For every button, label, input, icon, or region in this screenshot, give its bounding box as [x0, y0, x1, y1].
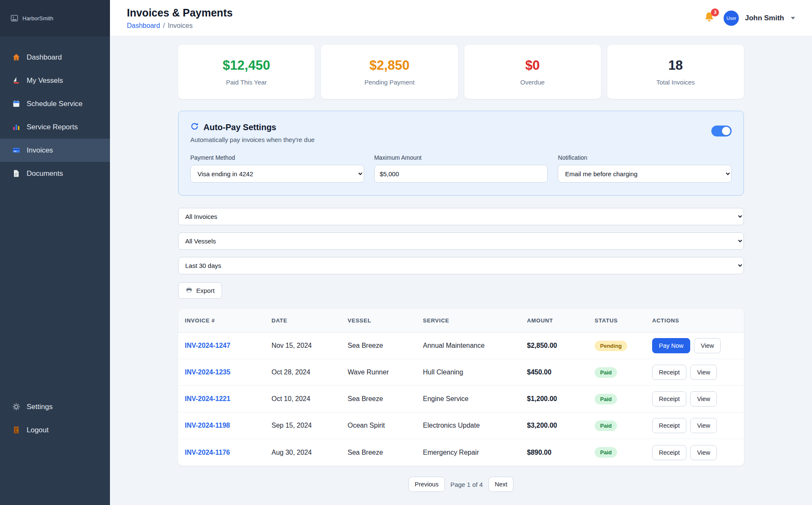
view-button[interactable]: View — [690, 445, 717, 460]
breadcrumb-dashboard-link[interactable]: Dashboard — [127, 22, 160, 29]
stat-value: $2,850 — [369, 58, 409, 73]
invoice-vessel: Ocean Spirit — [348, 422, 423, 429]
gear-icon — [12, 403, 20, 411]
logo[interactable]: HarborSmith — [0, 0, 110, 36]
column-header-date: DATE — [272, 317, 348, 324]
table-row: INV-2024-1235 Oct 28, 2024 Wave Runner H… — [178, 359, 744, 386]
calendar-icon — [12, 100, 20, 108]
printer-icon — [186, 287, 192, 295]
invoice-number-link[interactable]: INV-2024-1235 — [185, 369, 230, 376]
invoice-number-link[interactable]: INV-2024-1198 — [185, 422, 230, 429]
invoice-service: Hull Cleaning — [423, 369, 527, 376]
invoice-number-link[interactable]: INV-2024-1176 — [185, 449, 230, 456]
payment-method-label: Payment Method — [190, 154, 364, 161]
sidebar-item-invoices[interactable]: Invoices — [0, 139, 110, 162]
invoice-amount: $2,850.00 — [527, 342, 595, 349]
breadcrumb-current: Invoices — [168, 22, 193, 29]
sidebar-item-label: Documents — [27, 169, 63, 178]
stat-label: Pending Payment — [365, 79, 414, 86]
invoice-date: Oct 10, 2024 — [272, 395, 348, 403]
chevron-down-icon[interactable] — [791, 17, 795, 19]
previous-page-button[interactable]: Previous — [409, 477, 445, 492]
column-header-status: STATUS — [595, 317, 652, 324]
payment-method-field-group: Payment Method Visa ending in 4242 — [190, 154, 364, 183]
payment-method-select[interactable]: Visa ending in 4242 — [190, 165, 364, 183]
status-badge: Paid — [595, 447, 617, 458]
sidebar-item-documents[interactable]: Documents — [0, 162, 110, 185]
sidebar-item-service-reports[interactable]: Service Reports — [0, 115, 110, 139]
maximum-amount-field-group: Maximum Amount — [374, 154, 548, 183]
maximum-amount-input[interactable] — [374, 165, 548, 183]
view-button[interactable]: View — [694, 338, 721, 353]
autopay-panel: Auto-Pay Settings Automatically pay invo… — [178, 111, 744, 196]
user-name[interactable]: John Smith — [745, 14, 784, 22]
vessel-filter-select[interactable]: All Vessels — [178, 232, 744, 250]
autopay-fields: Payment Method Visa ending in 4242 Maxim… — [190, 154, 732, 183]
next-page-button[interactable]: Next — [488, 477, 514, 492]
invoice-amount: $3,200.00 — [527, 422, 595, 429]
pay-now-button[interactable]: Pay Now — [652, 338, 690, 353]
receipt-button[interactable]: Receipt — [652, 391, 686, 407]
invoice-status-filter-select[interactable]: All Invoices — [178, 208, 744, 225]
notifications-button[interactable]: 3 — [701, 10, 718, 27]
sidebar-item-my-vessels[interactable]: My Vessels — [0, 69, 110, 92]
row-actions: Receipt View — [652, 365, 737, 380]
sidebar: HarborSmith Dashboard My Vessels Schedul… — [0, 0, 110, 505]
notification-label: Notification — [558, 154, 732, 161]
invoice-number-link[interactable]: INV-2024-1247 — [185, 342, 230, 349]
sidebar-item-label: Invoices — [27, 146, 53, 155]
sidebar-item-logout[interactable]: Logout — [0, 418, 110, 442]
stat-card-paid-this-year: $12,450 Paid This Year — [178, 45, 315, 99]
view-button[interactable]: View — [690, 418, 717, 433]
page-title: Invoices & Payments — [127, 7, 233, 19]
invoice-amount: $890.00 — [527, 449, 595, 456]
table-row: INV-2024-1221 Oct 10, 2024 Sea Breeze En… — [178, 386, 744, 412]
content-column: Invoices & Payments Dashboard/Invoices 3… — [110, 0, 812, 505]
table-row: INV-2024-1247 Nov 15, 2024 Sea Breeze An… — [178, 333, 744, 359]
invoice-amount: $450.00 — [527, 369, 595, 376]
toggle-knob — [722, 127, 730, 135]
sidebar-item-settings[interactable]: Settings — [0, 395, 110, 418]
autopay-header-text: Auto-Pay Settings Automatically pay invo… — [190, 122, 315, 143]
page-status: Page 1 of 4 — [450, 481, 483, 488]
row-actions: Pay Now View — [652, 338, 737, 353]
sidebar-item-dashboard[interactable]: Dashboard — [0, 46, 110, 69]
export-button[interactable]: Export — [178, 282, 222, 299]
sidebar-nav: Dashboard My Vessels Schedule Service Se… — [0, 36, 110, 505]
autopay-toggle[interactable] — [711, 126, 732, 136]
breadcrumb-separator: / — [163, 22, 165, 29]
sailboat-icon — [12, 76, 20, 85]
sidebar-spacer — [0, 185, 110, 395]
invoice-number-link[interactable]: INV-2024-1221 — [185, 395, 230, 402]
row-actions: Receipt View — [652, 391, 737, 407]
status-badge: Paid — [595, 420, 617, 431]
invoice-service: Engine Service — [423, 395, 527, 403]
avatar[interactable]: User — [724, 11, 739, 26]
notification-select[interactable]: Email me before charging — [558, 165, 732, 183]
autopay-title: Auto-Pay Settings — [203, 123, 276, 132]
receipt-button[interactable]: Receipt — [652, 365, 686, 380]
invoice-date: Aug 30, 2024 — [272, 449, 348, 456]
view-button[interactable]: View — [690, 365, 717, 380]
stat-value: $0 — [525, 58, 540, 73]
invoice-date: Sep 15, 2024 — [272, 422, 348, 429]
sidebar-item-label: My Vessels — [27, 76, 63, 85]
status-badge: Pending — [595, 341, 627, 351]
column-header-vessel: VESSEL — [348, 317, 423, 324]
view-button[interactable]: View — [690, 391, 717, 407]
stat-value: $12,450 — [223, 58, 270, 73]
logo-text: HarborSmith — [22, 15, 53, 22]
row-actions: Receipt View — [652, 445, 737, 460]
sidebar-item-schedule-service[interactable]: Schedule Service — [0, 92, 110, 115]
receipt-button[interactable]: Receipt — [652, 418, 686, 433]
header-left: Invoices & Payments Dashboard/Invoices — [127, 7, 233, 30]
column-header-invoice: INVOICE # — [185, 317, 272, 324]
autopay-title-row: Auto-Pay Settings — [190, 122, 315, 133]
receipt-button[interactable]: Receipt — [652, 445, 686, 460]
home-icon — [12, 53, 20, 62]
sidebar-footer: Settings Logout — [0, 395, 110, 442]
invoice-service: Emergency Repair — [423, 449, 527, 456]
invoice-vessel: Sea Breeze — [348, 342, 423, 349]
date-range-filter-select[interactable]: Last 30 days — [178, 257, 744, 274]
table-row: INV-2024-1198 Sep 15, 2024 Ocean Spirit … — [178, 412, 744, 439]
